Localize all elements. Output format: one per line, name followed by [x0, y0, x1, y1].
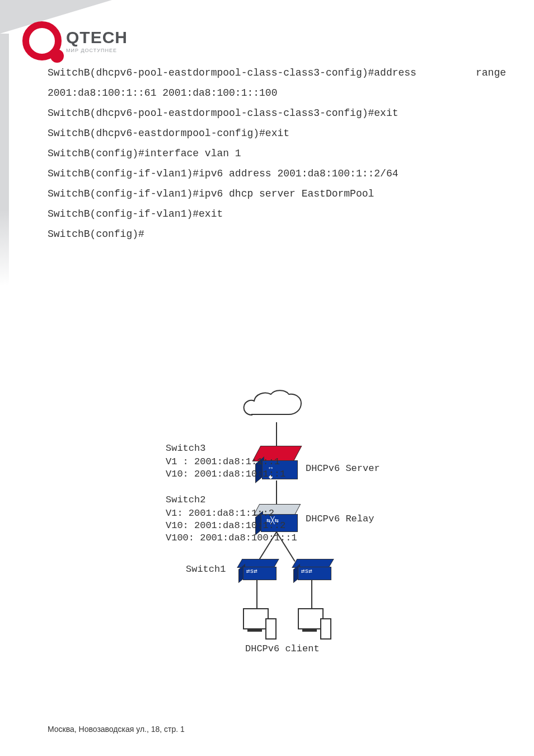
cloud-icon: [241, 390, 313, 423]
page: QTECH МИР ДОСТУПНЕЕ SwitchB(dhcpv6-pool-…: [0, 0, 534, 756]
link-line: [256, 580, 257, 608]
label-switch2: Switch2: [166, 494, 205, 507]
label-dhcpv6-relay: DHCPv6 Relay: [306, 513, 374, 526]
label-switch2-v1: V1: 2001:da8:1:1::2: [166, 507, 274, 520]
pc-icon: [241, 608, 274, 640]
code-line: range: [476, 63, 506, 83]
code-line: SwitchB(config-if-vlan1)#ipv6 dhcp serve…: [48, 184, 506, 204]
code-line: SwitchB(dhcpv6-eastdormpool-config)#exit: [48, 123, 506, 143]
link-line: [276, 480, 277, 505]
code-line: SwitchB(dhcpv6-pool-eastdormpool-class-c…: [48, 63, 416, 83]
code-line: SwitchB(config)#: [48, 224, 506, 244]
code-line: 2001:da8:100:1::61 2001:da8:100:1::100: [48, 83, 506, 103]
label-switch3-v10: V10: 2001:da8:10:1::1: [166, 468, 285, 481]
switch-icon: ⇄s⇄: [240, 559, 275, 580]
code-line: SwitchB(config-if-vlan1)#ipv6 address 20…: [48, 164, 506, 184]
network-diagram: ↔◆ DHCPv6 Server Switch3 V1 : 2001:da8:1…: [157, 390, 403, 681]
logo-mark-icon: [22, 21, 62, 60]
link-line: [276, 422, 277, 448]
label-switch1: Switch1: [186, 563, 226, 576]
link-line: [311, 580, 312, 608]
label-dhcpv6-client: DHCPv6 client: [245, 643, 320, 656]
code-block: SwitchB(dhcpv6-pool-eastdormpool-class-c…: [48, 63, 506, 244]
page-side-accent: [0, 34, 9, 286]
brand-logo: QTECH МИР ДОСТУПНЕЕ: [22, 21, 128, 60]
code-line: SwitchB(dhcpv6-pool-eastdormpool-class-c…: [48, 103, 506, 123]
label-switch3: Switch3: [166, 442, 205, 455]
code-line: SwitchB(config-if-vlan1)#exit: [48, 204, 506, 224]
label-switch3-v1: V1 : 2001:da8:1:1::1: [166, 456, 280, 469]
code-line: SwitchB(config)#interface vlan 1: [48, 143, 506, 164]
logo-tagline: МИР ДОСТУПНЕЕ: [66, 48, 128, 53]
footer-address: Москва, Новозаводская ул., 18, стр. 1: [48, 725, 185, 734]
switch-icon: ⇄s⇄: [294, 559, 330, 580]
switch-arrows-icon: ⇄s⇄: [246, 567, 257, 576]
label-switch2-v10: V10: 2001:da8:10:1::2: [166, 520, 285, 533]
switch-arrows-icon: ⇄s⇄: [301, 567, 312, 576]
logo-word: QTECH: [66, 29, 128, 46]
pc-icon: [296, 608, 329, 640]
label-dhcpv6-server: DHCPv6 Server: [306, 463, 380, 475]
